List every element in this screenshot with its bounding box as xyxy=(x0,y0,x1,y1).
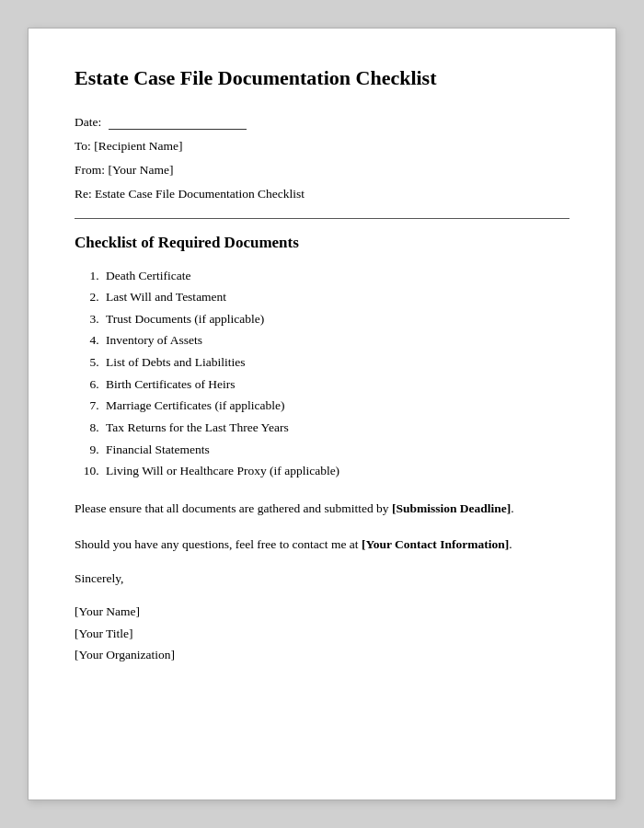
list-item: Living Will or Healthcare Proxy (if appl… xyxy=(102,460,569,482)
list-item: List of Debts and Liabilities xyxy=(102,351,569,374)
re-row: Re: Estate Case File Documentation Check… xyxy=(75,187,569,201)
list-item: Death Certificate xyxy=(102,265,569,287)
list-item: Marriage Certificates (if applicable) xyxy=(102,395,569,417)
body-paragraph-1: Please ensure that all documents are gat… xyxy=(75,499,569,519)
date-label: Date: xyxy=(75,115,101,129)
sincerely-text: Sincerely, xyxy=(75,571,569,586)
date-underline xyxy=(109,114,247,130)
from-line: From: [Your Name] xyxy=(75,163,173,177)
list-item: Trust Documents (if applicable) xyxy=(102,308,569,330)
date-row: Date: xyxy=(75,114,569,130)
list-item: Last Will and Testament xyxy=(102,286,569,308)
body-p2-prefix: Should you have any questions, feel free… xyxy=(75,537,362,551)
to-row: To: [Recipient Name] xyxy=(75,139,569,154)
list-item: Financial Statements xyxy=(102,439,569,461)
body-p2-suffix: . xyxy=(509,537,512,551)
sig-org: [Your Organization] xyxy=(75,644,569,666)
section-heading: Checklist of Required Documents xyxy=(75,234,569,252)
body-p1-prefix: Please ensure that all documents are gat… xyxy=(75,501,392,515)
to-line: To: [Recipient Name] xyxy=(75,139,183,153)
re-line: Re: Estate Case File Documentation Check… xyxy=(75,187,305,201)
list-item: Birth Certificates of Heirs xyxy=(102,374,569,396)
document-title: Estate Case File Documentation Checklist xyxy=(75,65,569,92)
sig-name: [Your Name] xyxy=(75,601,569,623)
contact-information: [Your Contact Information] xyxy=(362,537,509,551)
list-item: Tax Returns for the Last Three Years xyxy=(102,417,569,439)
body-paragraph-2: Should you have any questions, feel free… xyxy=(75,535,569,555)
checklist-list: Death Certificate Last Will and Testamen… xyxy=(102,265,569,482)
divider-line xyxy=(75,218,569,219)
list-item: Inventory of Assets xyxy=(102,329,569,351)
body-p1-suffix: . xyxy=(511,501,513,515)
submission-deadline: [Submission Deadline] xyxy=(392,501,511,515)
sig-title: [Your Title] xyxy=(75,623,569,645)
from-row: From: [Your Name] xyxy=(75,163,569,178)
signature-block: [Your Name] [Your Title] [Your Organizat… xyxy=(75,601,569,666)
document-container: Estate Case File Documentation Checklist… xyxy=(28,28,616,800)
